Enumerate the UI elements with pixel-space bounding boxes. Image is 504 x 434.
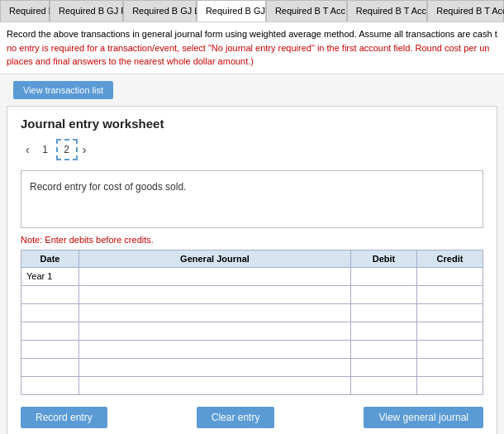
record-entry-button[interactable]: Record entry bbox=[21, 407, 107, 428]
row-5-gj-input[interactable] bbox=[84, 344, 345, 354]
tab-required-b-gj-fifo[interactable]: Required B GJ FIFO bbox=[50, 0, 123, 21]
row-3-gj-input[interactable] bbox=[84, 308, 345, 317]
row-4-credit-input[interactable] bbox=[422, 326, 478, 336]
instruction-main: Record the above transactions in general… bbox=[7, 29, 497, 39]
row-1-gj[interactable] bbox=[79, 267, 351, 285]
row-1-gj-input[interactable] bbox=[84, 271, 345, 281]
row-5-gj[interactable] bbox=[79, 340, 351, 358]
clear-entry-button[interactable]: Clear entry bbox=[197, 407, 275, 428]
row-3-credit[interactable] bbox=[417, 303, 483, 322]
row-2-debit-input[interactable] bbox=[356, 289, 411, 299]
row-1-credit[interactable] bbox=[417, 267, 483, 285]
tab-required-b-gj-wa[interactable]: Required B GJ WA bbox=[197, 0, 266, 21]
row-1-debit-input[interactable] bbox=[356, 271, 411, 281]
row-3-gj[interactable] bbox=[79, 303, 351, 322]
row-4-credit[interactable] bbox=[417, 322, 483, 340]
action-buttons: Record entry Clear entry View general jo… bbox=[21, 407, 483, 428]
row-7-date bbox=[21, 376, 79, 394]
row-2-gj[interactable] bbox=[79, 285, 351, 303]
row-3-date bbox=[21, 303, 79, 322]
tab-bar: Required B Required B GJ FIFO Required B… bbox=[0, 0, 504, 22]
instruction-red: no entry is required for a transaction/e… bbox=[7, 43, 489, 67]
row-5-debit[interactable] bbox=[351, 340, 417, 358]
row-5-credit-input[interactable] bbox=[422, 344, 478, 354]
row-6-gj[interactable] bbox=[79, 358, 351, 376]
worksheet-container: Journal entry worksheet ‹ 1 2 › Record e… bbox=[7, 106, 497, 435]
row-6-date bbox=[21, 358, 79, 376]
table-row bbox=[21, 303, 483, 322]
view-transaction-button[interactable]: View transaction list bbox=[13, 81, 113, 99]
note-text: Note: Enter debits before credits. bbox=[21, 235, 483, 245]
row-6-credit-input[interactable] bbox=[422, 362, 478, 372]
row-7-credit-input[interactable] bbox=[422, 380, 478, 390]
row-4-debit-input[interactable] bbox=[356, 326, 411, 336]
row-7-debit-input[interactable] bbox=[356, 380, 411, 390]
row-6-debit[interactable] bbox=[351, 358, 417, 376]
row-7-gj[interactable] bbox=[79, 376, 351, 394]
tab-required-b-gj-lifo[interactable]: Required B GJ LIFO bbox=[123, 0, 197, 21]
col-debit: Debit bbox=[351, 250, 417, 267]
row-2-credit[interactable] bbox=[417, 285, 483, 303]
row-7-credit[interactable] bbox=[417, 376, 483, 394]
row-4-debit[interactable] bbox=[351, 322, 417, 340]
row-2-debit[interactable] bbox=[351, 285, 417, 303]
table-row bbox=[21, 340, 483, 358]
row-5-date bbox=[21, 340, 79, 358]
row-1-date: Year 1 bbox=[21, 267, 79, 285]
row-7-gj-input[interactable] bbox=[84, 380, 345, 390]
page-next-button[interactable]: › bbox=[78, 141, 92, 158]
tab-required-b-t-acc-fifo[interactable]: Required B T Acc FIFO bbox=[266, 0, 347, 21]
instruction-bar: Record the above transactions in general… bbox=[0, 22, 504, 74]
entry-description: Record entry for cost of goods sold. bbox=[21, 170, 483, 228]
row-7-debit[interactable] bbox=[351, 376, 417, 394]
row-5-debit-input[interactable] bbox=[356, 344, 411, 354]
row-6-credit[interactable] bbox=[417, 358, 483, 376]
row-2-gj-input[interactable] bbox=[84, 289, 345, 299]
row-3-debit[interactable] bbox=[351, 303, 417, 322]
tab-required-b[interactable]: Required B bbox=[0, 0, 50, 21]
row-3-debit-input[interactable] bbox=[356, 308, 411, 317]
col-general-journal: General Journal bbox=[79, 250, 351, 267]
row-2-credit-input[interactable] bbox=[422, 289, 478, 299]
worksheet-title: Journal entry worksheet bbox=[21, 117, 483, 131]
table-row bbox=[21, 358, 483, 376]
table-row bbox=[21, 322, 483, 340]
row-6-debit-input[interactable] bbox=[356, 362, 411, 372]
row-4-gj-input[interactable] bbox=[84, 326, 345, 336]
view-general-journal-button[interactable]: View general journal bbox=[364, 407, 483, 428]
col-credit: Credit bbox=[417, 250, 483, 267]
row-4-gj[interactable] bbox=[79, 322, 351, 340]
col-date: Date bbox=[21, 250, 79, 267]
row-2-date bbox=[21, 285, 79, 303]
tab-required-b-t-acc-lifo[interactable]: Required B T Acc LIFO bbox=[347, 0, 428, 21]
table-row: Year 1 bbox=[21, 267, 483, 285]
tab-required-b-t-acc-wa[interactable]: Required B T Acc WA bbox=[427, 0, 504, 21]
row-5-credit[interactable] bbox=[417, 340, 483, 358]
worksheet-pagination: ‹ 1 2 › bbox=[21, 139, 483, 160]
row-6-gj-input[interactable] bbox=[84, 362, 345, 372]
page-num-2[interactable]: 2 bbox=[56, 139, 78, 160]
row-4-date bbox=[21, 322, 79, 340]
table-row bbox=[21, 376, 483, 394]
row-1-credit-input[interactable] bbox=[422, 271, 478, 281]
entry-description-text: Record entry for cost of goods sold. bbox=[30, 181, 186, 193]
table-row bbox=[21, 285, 483, 303]
row-3-credit-input[interactable] bbox=[422, 308, 478, 317]
page-num-1[interactable]: 1 bbox=[35, 139, 56, 160]
row-1-debit[interactable] bbox=[351, 267, 417, 285]
page-prev-button[interactable]: ‹ bbox=[21, 141, 35, 158]
journal-table: Date General Journal Debit Credit Year 1 bbox=[21, 250, 483, 395]
